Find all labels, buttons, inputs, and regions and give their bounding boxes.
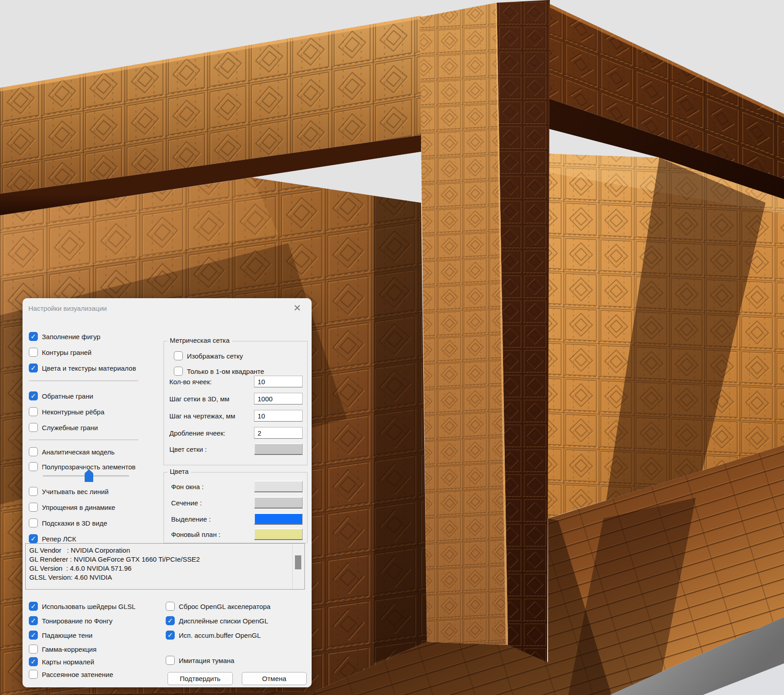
checkbox-box[interactable] (29, 447, 38, 456)
checkbox-opengl-reset[interactable]: Сброс OpenGL акселератора (166, 601, 271, 611)
checkbox-box[interactable] (166, 656, 175, 665)
background-plan-row: Фоновый план : (164, 528, 307, 540)
cell-subdivision-row: Дробление ячеек: 2 (164, 427, 307, 439)
transparency-slider[interactable] (43, 467, 129, 482)
checkbox-box[interactable] (29, 348, 38, 357)
checkbox-box[interactable] (166, 631, 175, 640)
glsl-version: GLSL Version: 4.60 NVIDIA (26, 573, 304, 582)
checkbox-lcs-marker[interactable]: Репер ЛСК (29, 534, 76, 544)
grid-color-swatch[interactable] (254, 443, 303, 455)
section-color-row: Сечение : (164, 497, 307, 509)
checkbox-box[interactable] (29, 363, 38, 372)
section-color-swatch[interactable] (254, 497, 303, 509)
checkbox-analytic-model[interactable]: Аналитическая модель (29, 447, 115, 457)
grid-step-drawing-row: Шаг на чертежах, мм 10 (164, 410, 307, 422)
gl-renderer: GL Renderer : NVIDIA GeForce GTX 1660 Ti… (26, 555, 304, 564)
checkbox-display-lists[interactable]: Дисплейные списки OpenGL (166, 616, 268, 626)
checkbox-gamma-correction[interactable]: Гамма-коррекция (29, 644, 96, 654)
checkbox-box[interactable] (174, 367, 183, 376)
checkbox-box[interactable] (29, 462, 38, 471)
checkbox-box[interactable] (29, 657, 38, 666)
checkbox-box[interactable] (29, 332, 38, 341)
checkbox-box[interactable] (29, 423, 38, 432)
checkbox-box[interactable] (29, 670, 38, 679)
divider (29, 440, 138, 440)
colors-group: Цвета Фон окна : Сечение : Выделение : Ф… (163, 472, 308, 543)
checkbox-box[interactable] (29, 602, 38, 611)
close-icon[interactable]: ✕ (291, 302, 304, 314)
scrollbar-thumb[interactable] (295, 555, 301, 569)
grid-step-3d-row: Шаг сетки в 3D, мм 1000 (164, 393, 307, 404)
checkbox-material-textures[interactable]: Цвета и текстуры материалов (29, 363, 136, 373)
checkbox-phong-shading[interactable]: Тонирование по Фонгу (29, 616, 113, 626)
checkbox-box[interactable] (29, 534, 38, 543)
selection-color-swatch[interactable] (254, 513, 303, 525)
group-title: Цвета (168, 468, 191, 475)
group-title: Метрическая сетка (168, 336, 232, 344)
checkbox-box[interactable] (174, 351, 183, 360)
checkbox-line-weight[interactable]: Учитывать вес линий (29, 486, 109, 496)
checkbox-fill-figures[interactable]: Заполнение фигур (29, 332, 100, 341)
divider (29, 381, 138, 381)
checkbox-normal-maps[interactable]: Карты нормалей (29, 657, 94, 667)
gl-version: GL Version : 4.6.0 NVIDIA 571.96 (26, 564, 304, 573)
confirm-button[interactable]: Подтвердить (168, 672, 233, 685)
checkbox-box[interactable] (29, 391, 38, 400)
gl-info-scrollbar[interactable] (292, 544, 304, 589)
checkbox-back-faces[interactable]: Обратные грани (29, 391, 93, 401)
checkbox-dynamic-simplify[interactable]: Упрощения в динамике (29, 502, 115, 512)
checkbox-box[interactable] (29, 518, 38, 527)
visualization-settings-dialog: Настройки визуализации ✕ Заполнение фигу… (23, 298, 312, 687)
checkbox-accum-buffer[interactable]: Исп. accum.buffer OpenGL (166, 630, 261, 640)
checkbox-fog[interactable]: Имитация тумана (166, 655, 234, 665)
gl-vendor: GL Vendor : NVIDIA Corporation (26, 544, 304, 555)
checkbox-glsl-shaders[interactable]: Использовать шейдеры GLSL (29, 601, 136, 611)
grid-step-drawing-input[interactable]: 10 (254, 410, 303, 422)
checkbox-noncontour-edges[interactable]: Неконтурные рёбра (29, 407, 104, 417)
checkbox-box[interactable] (166, 602, 175, 611)
slider-ticks (43, 467, 129, 469)
window-bg-row: Фон окна : (164, 481, 307, 492)
window-bg-swatch[interactable] (254, 481, 303, 492)
checkbox-cast-shadows[interactable]: Падающие тени (29, 630, 92, 640)
checkbox-box[interactable] (29, 645, 38, 654)
checkbox-box[interactable] (29, 616, 38, 625)
checkbox-show-grid[interactable]: Изображать сетку (174, 351, 243, 361)
grid-color-row: Цвет сетки : (164, 443, 307, 455)
cell-count-row: Кол-во ячеек: 10 (164, 376, 307, 387)
corner-pillar (420, 0, 550, 662)
checkbox-box[interactable] (29, 487, 38, 496)
slider-thumb[interactable] (85, 469, 93, 482)
checkbox-3d-hints[interactable]: Подсказки в 3D виде (29, 518, 107, 528)
checkbox-ambient-occlusion[interactable]: Рассеянное затенение (29, 669, 113, 679)
dialog-title: Настройки визуализации (28, 304, 107, 312)
metric-grid-group: Метрическая сетка Изображать сетку Тольк… (163, 341, 308, 465)
checkbox-box[interactable] (29, 503, 38, 512)
selection-color-row: Выделение : (164, 513, 307, 525)
checkbox-first-quadrant[interactable]: Только в 1-ом квадранте (174, 366, 264, 376)
checkbox-face-contours[interactable]: Контуры граней (29, 347, 91, 357)
checkbox-service-faces[interactable]: Служебные грани (29, 422, 98, 432)
checkbox-box[interactable] (29, 631, 38, 640)
gl-info-box: GL Vendor : NVIDIA Corporation GL Render… (25, 543, 305, 590)
cell-subdivision-input[interactable]: 2 (254, 427, 303, 439)
cell-count-input[interactable]: 10 (254, 376, 303, 387)
grid-step-3d-input[interactable]: 1000 (254, 393, 303, 404)
checkbox-box[interactable] (29, 407, 38, 416)
checkbox-box[interactable] (166, 616, 175, 625)
background-plan-swatch[interactable] (254, 528, 303, 540)
cancel-button[interactable]: Отмена (242, 672, 307, 685)
